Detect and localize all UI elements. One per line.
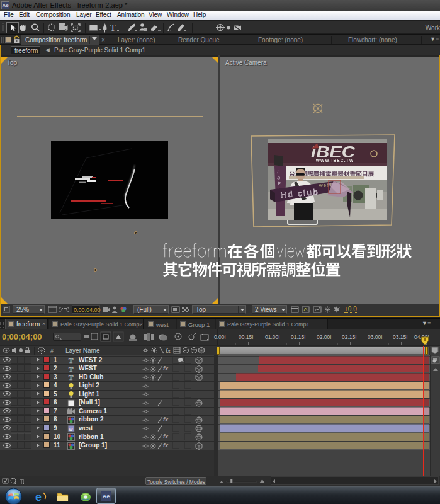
svg-text:e: e xyxy=(35,491,42,503)
svg-text:fx: fx xyxy=(166,348,171,354)
svg-text:Layer Name: Layer Name xyxy=(65,347,100,354)
svg-text:T: T xyxy=(69,365,74,373)
svg-text:T: T xyxy=(69,357,74,364)
svg-text:T: T xyxy=(110,23,116,33)
svg-text:T: T xyxy=(69,374,74,381)
svg-text:#: # xyxy=(50,348,54,354)
svg-text:w: w xyxy=(69,427,73,432)
